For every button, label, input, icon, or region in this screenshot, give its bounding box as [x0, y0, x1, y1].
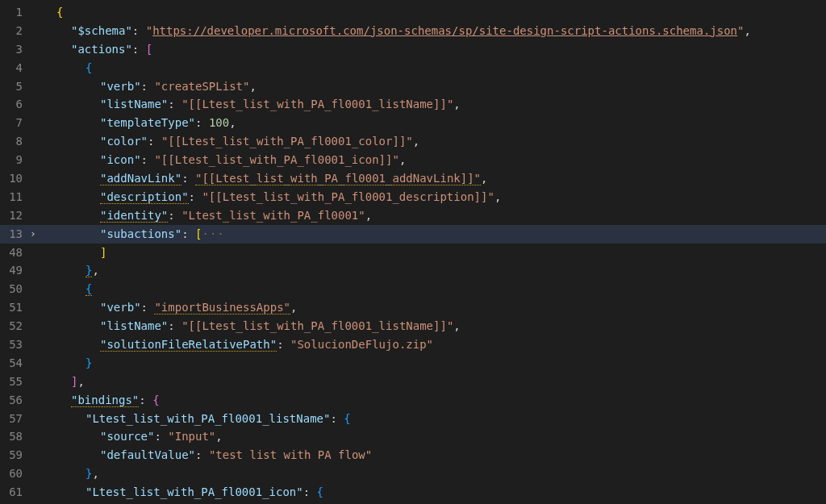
code-line[interactable]: 56"bindings": { — [0, 391, 826, 410]
token-brace2: { — [86, 61, 92, 74]
token-str: "[[Ltest_list_with_PA_fl0001_listName]]" — [181, 98, 453, 110]
line-number: 7 — [0, 114, 24, 132]
code-content[interactable]: { — [42, 3, 826, 22]
code-content[interactable]: "listName": "[[Ltest_list_with_PA_fl0001… — [42, 95, 826, 114]
code-editor[interactable]: 1{2"$schema": "https://developer.microso… — [0, 0, 826, 502]
token-brace: ] — [100, 246, 106, 259]
fold-toggle[interactable]: › — [24, 225, 42, 244]
code-content[interactable]: "subactions": [··· — [42, 225, 826, 244]
line-number: 52 — [0, 317, 24, 335]
code-line[interactable]: 50{ — [0, 280, 826, 298]
token-str: "Input" — [168, 430, 215, 443]
code-content[interactable]: "verb": "createSPList", — [42, 77, 826, 96]
code-content[interactable]: "solutionFileRelativePath": "SolucionDeF… — [42, 335, 826, 354]
code-line[interactable]: 11"description": "[[Ltest_list_with_PA_f… — [0, 188, 826, 206]
code-content[interactable]: "actions": [ — [42, 40, 826, 59]
token-key: "addNavLink" — [100, 172, 181, 185]
code-content[interactable]: { — [42, 59, 826, 77]
code-line[interactable]: 8"color": "[[Ltest_list_with_PA_fl0001_c… — [0, 132, 826, 151]
code-content[interactable]: }, — [42, 261, 826, 280]
token-brace: { — [56, 6, 63, 19]
code-content[interactable]: "source": "Input", — [42, 427, 826, 446]
code-line[interactable]: 53"solutionFileRelativePath": "SolucionD… — [0, 335, 826, 354]
code-line[interactable]: 52"listName": "[[Ltest_list_with_PA_fl00… — [0, 317, 826, 335]
code-content[interactable]: "bindings": { — [42, 391, 826, 410]
token-punct: : — [195, 116, 209, 129]
line-number: 51 — [0, 298, 24, 317]
token-str: "[[Ltest_list_with_PA_fl0001_color]]" — [161, 135, 413, 148]
code-content[interactable]: }, — [42, 464, 826, 483]
token-punct: : — [141, 80, 155, 93]
code-line[interactable]: 1{ — [0, 3, 826, 22]
code-content[interactable]: { — [42, 280, 826, 298]
code-content[interactable]: "defaultValue": "test list with PA flow" — [42, 446, 826, 464]
code-line[interactable]: 58"source": "Input", — [0, 427, 826, 446]
token-punct: : — [303, 485, 317, 498]
code-content[interactable]: "Ltest_list_with_PA_fl0001_listName": { — [42, 410, 826, 428]
code-content[interactable]: "addNavLink": "[[Ltest_list_with_PA_fl00… — [42, 169, 826, 188]
token-str: "createSPList" — [154, 80, 249, 93]
token-key: "subactions" — [100, 227, 181, 240]
code-line[interactable]: 7"templateType": 100, — [0, 114, 826, 132]
code-line[interactable]: 2"$schema": "https://developer.microsoft… — [0, 22, 826, 40]
token-punct: , — [453, 98, 460, 110]
token-punct: , — [413, 135, 419, 148]
code-line[interactable]: 9"icon": "[[Ltest_list_with_PA_fl0001_ic… — [0, 151, 826, 169]
token-str: "Ltest_list_with_PA_fl0001" — [181, 209, 365, 222]
code-content[interactable]: "color": "[[Ltest_list_with_PA_fl0001_co… — [42, 132, 826, 151]
code-content[interactable]: "description": "[[Ltest_list_with_PA_fl0… — [42, 188, 826, 206]
code-content[interactable]: } — [42, 354, 826, 373]
token-key: "$schema" — [71, 24, 132, 37]
line-number: 49 — [0, 261, 24, 280]
code-line[interactable]: 59"defaultValue": "test list with PA flo… — [0, 446, 826, 464]
token-punct: , — [215, 430, 222, 443]
code-content[interactable]: "$schema": "https://developer.microsoft.… — [42, 22, 826, 40]
code-line[interactable]: 49}, — [0, 261, 826, 280]
code-line[interactable]: 5"verb": "createSPList", — [0, 77, 826, 96]
code-line[interactable]: 4{ — [0, 59, 826, 77]
code-line[interactable]: 12"identity": "Ltest_list_with_PA_fl0001… — [0, 206, 826, 225]
token-punct: : — [148, 135, 161, 148]
code-line[interactable]: 55], — [0, 373, 826, 391]
token-key: "verb" — [100, 80, 141, 93]
code-line[interactable]: 57"Ltest_list_with_PA_fl0001_listName": … — [0, 410, 826, 428]
line-number: 2 — [0, 22, 24, 40]
code-content[interactable]: "listName": "[[Ltest_list_with_PA_fl0001… — [42, 317, 826, 335]
code-line[interactable]: 10"addNavLink": "[[Ltest_list_with_PA_fl… — [0, 169, 826, 188]
line-number: 48 — [0, 244, 24, 262]
token-str: "[[Ltest_list_with_PA_fl0001_icon]]" — [154, 153, 398, 166]
code-line[interactable]: 51"verb": "importBusinessApps", — [0, 298, 826, 317]
token-key: "listName" — [100, 319, 168, 332]
token-key: "Ltest_list_with_PA_fl0001_icon" — [86, 485, 303, 498]
line-number: 57 — [0, 410, 24, 428]
line-number: 5 — [0, 77, 24, 96]
line-number: 53 — [0, 335, 24, 354]
code-content[interactable]: "icon": "[[Ltest_list_with_PA_fl0001_ico… — [42, 151, 826, 169]
token-num: 100 — [209, 116, 229, 129]
code-content[interactable]: ], — [42, 373, 826, 391]
token-brace2: { — [86, 282, 92, 296]
code-line[interactable]: 60}, — [0, 464, 826, 483]
line-number: 9 — [0, 151, 24, 169]
code-line[interactable]: 6"listName": "[[Ltest_list_with_PA_fl000… — [0, 95, 826, 114]
token-punct: , — [365, 209, 372, 222]
code-content[interactable]: "identity": "Ltest_list_with_PA_fl0001", — [42, 206, 826, 225]
token-punct: : — [168, 319, 181, 332]
token-key: "verb" — [100, 301, 141, 314]
token-collapsed: ··· — [202, 227, 224, 240]
code-content[interactable]: "Ltest_list_with_PA_fl0001_icon": { — [42, 483, 826, 502]
code-line[interactable]: 13›"subactions": [··· — [0, 225, 826, 244]
code-line[interactable]: 48] — [0, 244, 826, 262]
token-key: "listName" — [100, 98, 168, 110]
token-punct: : — [141, 153, 155, 166]
token-punct: : — [154, 430, 168, 443]
token-str: "[[Ltest_list_with_PA_fl0001_description… — [202, 190, 494, 203]
token-punct: , — [744, 24, 750, 37]
code-line[interactable]: 54} — [0, 354, 826, 373]
code-content[interactable]: "verb": "importBusinessApps", — [42, 298, 826, 317]
code-content[interactable]: ] — [42, 244, 826, 262]
code-line[interactable]: 61"Ltest_list_with_PA_fl0001_icon": { — [0, 483, 826, 502]
code-line[interactable]: 3"actions": [ — [0, 40, 826, 59]
code-content[interactable]: "templateType": 100, — [42, 114, 826, 132]
token-punct: : — [141, 301, 155, 314]
